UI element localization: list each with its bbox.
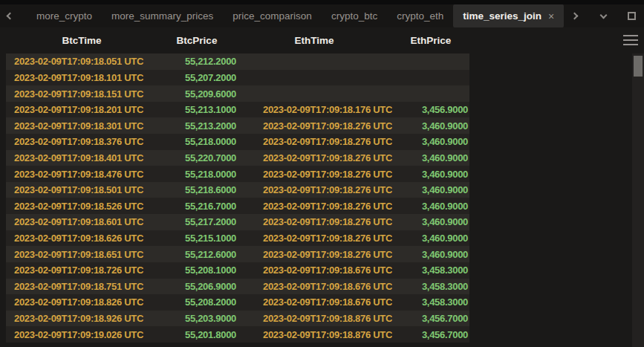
btc-time-cell: 2023-02-09T17:09:18.301 UTC	[6, 120, 157, 132]
btc-time-cell: 2023-02-09T17:09:18.926 UTC	[6, 313, 157, 324]
table-row[interactable]: 2023-02-09T17:09:18.826 UTC55,208.200020…	[6, 294, 469, 311]
eth-time-cell: 2023-02-09T17:09:18.876 UTC	[236, 313, 392, 324]
table-row[interactable]: 2023-02-09T17:09:18.651 UTC55,212.600020…	[6, 246, 469, 262]
table-row[interactable]: 2023-02-09T17:09:18.526 UTC55,216.700020…	[6, 198, 469, 214]
tab-more_summary_prices[interactable]: more_summary_prices	[102, 4, 223, 27]
btc-time-cell: 2023-02-09T17:09:18.501 UTC	[6, 184, 157, 195]
tab-label: more_summary_prices	[111, 10, 213, 22]
eth-time-cell: 2023-02-09T17:09:18.276 UTC	[236, 184, 392, 195]
eth-price-cell: 3,458.3000	[392, 296, 469, 308]
eth-time-cell: 2023-02-09T17:09:18.676 UTC	[236, 265, 392, 276]
tab-time_series_join[interactable]: time_series_join×	[453, 4, 564, 27]
maximize-icon[interactable]	[623, 8, 640, 25]
close-tab-icon[interactable]: ×	[548, 11, 554, 22]
eth-time-cell: 2023-02-09T17:09:18.876 UTC	[236, 329, 392, 340]
column-header-BtcTime[interactable]: BtcTime	[6, 35, 157, 46]
btc-price-cell: 55,213.2000	[157, 120, 236, 132]
btc-time-cell: 2023-02-09T17:09:19.026 UTC	[6, 329, 157, 340]
btc-price-cell: 55,217.2000	[157, 216, 236, 227]
eth-time-cell: 2023-02-09T17:09:18.276 UTC	[236, 249, 392, 260]
table-row[interactable]: 2023-02-09T17:09:18.926 UTC55,203.900020…	[6, 311, 469, 327]
eth-price-cell: 3,458.3000	[392, 265, 469, 276]
eth-time-cell: 2023-02-09T17:09:18.676 UTC	[236, 281, 392, 292]
table-row[interactable]: 2023-02-09T17:09:18.376 UTC55,218.000020…	[6, 134, 469, 150]
btc-price-cell: 55,220.7000	[157, 152, 236, 163]
eth-time-cell: 2023-02-09T17:09:18.276 UTC	[236, 201, 392, 212]
btc-price-cell: 55,203.9000	[157, 313, 236, 324]
table-row[interactable]: 2023-02-09T17:09:18.101 UTC55,207.2000	[6, 70, 469, 86]
btc-time-cell: 2023-02-09T17:09:18.376 UTC	[6, 136, 157, 147]
table-row[interactable]: 2023-02-09T17:09:18.751 UTC55,206.900020…	[6, 279, 469, 295]
menu-icon[interactable]	[623, 35, 638, 45]
eth-price-cell: 3,460.9000	[392, 136, 469, 147]
btc-price-cell: 55,201.8000	[157, 329, 236, 340]
table-row[interactable]: 2023-02-09T17:09:18.201 UTC55,213.100020…	[6, 102, 469, 118]
table-row[interactable]: 2023-02-09T17:09:18.626 UTC55,215.100020…	[6, 230, 469, 247]
eth-price-cell: 3,456.7000	[392, 313, 469, 324]
btc-price-cell: 55,218.0000	[157, 169, 236, 180]
tab-label: time_series_join	[463, 10, 541, 22]
tab-crypto_btc[interactable]: crypto_btc	[322, 4, 387, 27]
eth-price-cell: 3,460.9000	[392, 120, 469, 132]
tabs-scroll-left-icon[interactable]	[0, 8, 16, 25]
btc-time-cell: 2023-02-09T17:09:18.151 UTC	[6, 88, 157, 100]
btc-price-cell: 55,218.0000	[157, 136, 236, 147]
btc-price-cell: 55,213.1000	[157, 104, 236, 115]
eth-time-cell: 2023-02-09T17:09:18.276 UTC	[236, 152, 392, 163]
eth-price-cell: 3,458.3000	[392, 281, 469, 292]
btc-time-cell: 2023-02-09T17:09:18.826 UTC	[6, 296, 157, 308]
eth-time-cell: 2023-02-09T17:09:18.276 UTC	[236, 233, 392, 244]
btc-time-cell: 2023-02-09T17:09:18.651 UTC	[6, 249, 157, 260]
table-row[interactable]: 2023-02-09T17:09:18.476 UTC55,218.000020…	[6, 166, 469, 182]
table-row[interactable]: 2023-02-09T17:09:18.601 UTC55,217.200020…	[6, 214, 469, 230]
tab-label: price_comparison	[232, 10, 312, 22]
table-row[interactable]: 2023-02-09T17:09:18.401 UTC55,220.700020…	[6, 150, 469, 166]
eth-price-cell: 3,460.9000	[392, 169, 469, 180]
table-row[interactable]: 2023-02-09T17:09:18.726 UTC55,208.100020…	[6, 262, 469, 279]
btc-price-cell: 55,208.2000	[157, 296, 236, 308]
btc-time-cell: 2023-02-09T17:09:18.726 UTC	[6, 265, 157, 276]
table-row[interactable]: 2023-02-09T17:09:18.301 UTC55,213.200020…	[6, 117, 469, 134]
tab-label: more_crypto	[36, 10, 92, 22]
btc-price-cell: 55,206.9000	[157, 281, 236, 292]
tab-crypto_eth[interactable]: crypto_eth	[387, 4, 453, 27]
btc-price-cell: 55,218.6000	[157, 184, 236, 195]
eth-price-cell: 3,460.9000	[392, 184, 469, 195]
tabs-dropdown-icon[interactable]	[595, 8, 611, 25]
btc-price-cell: 55,212.6000	[157, 249, 236, 260]
eth-price-cell: 3,456.7000	[392, 329, 469, 340]
table-row[interactable]: 2023-02-09T17:09:18.151 UTC55,209.6000	[6, 85, 469, 102]
btc-time-cell: 2023-02-09T17:09:18.526 UTC	[6, 201, 157, 212]
btc-time-cell: 2023-02-09T17:09:18.201 UTC	[6, 104, 157, 115]
column-header-EthPrice[interactable]: EthPrice	[392, 35, 469, 46]
tabs-scroll-right-icon[interactable]	[567, 8, 583, 25]
eth-price-cell: 3,460.9000	[392, 201, 469, 212]
btc-time-cell: 2023-02-09T17:09:18.476 UTC	[6, 169, 157, 180]
column-header-EthTime[interactable]: EthTime	[236, 35, 392, 46]
table-header-row: BtcTimeBtcPriceEthTimeEthPrice	[6, 27, 469, 53]
eth-price-cell: 3,456.9000	[392, 104, 469, 115]
scrollbar-thumb[interactable]	[634, 56, 643, 77]
eth-price-cell: 3,460.9000	[392, 152, 469, 163]
table-row[interactable]: 2023-02-09T17:09:18.501 UTC55,218.600020…	[6, 182, 469, 198]
vertical-scrollbar[interactable]	[632, 53, 644, 347]
tab-bar: more_cryptomore_summary_pricesprice_comp…	[0, 4, 644, 27]
tab-label: crypto_eth	[397, 10, 443, 22]
tab-label: crypto_btc	[331, 10, 377, 22]
table-row[interactable]: 2023-02-09T17:09:19.026 UTC55,201.800020…	[6, 326, 469, 343]
column-header-BtcPrice[interactable]: BtcPrice	[157, 35, 236, 46]
eth-price-cell: 3,460.9000	[392, 249, 469, 260]
table-row[interactable]: 2023-02-09T17:09:18.051 UTC55,212.2000	[6, 53, 469, 70]
btc-time-cell: 2023-02-09T17:09:18.601 UTC	[6, 216, 157, 227]
btc-price-cell: 55,208.1000	[157, 265, 236, 276]
btc-price-cell: 55,212.2000	[157, 56, 236, 67]
btc-price-cell: 55,207.2000	[157, 72, 236, 83]
btc-price-cell: 55,209.6000	[157, 88, 236, 100]
eth-price-cell: 3,460.9000	[392, 216, 469, 227]
btc-price-cell: 55,215.1000	[157, 233, 236, 244]
eth-time-cell: 2023-02-09T17:09:18.276 UTC	[236, 169, 392, 180]
results-panel: BtcTimeBtcPriceEthTimeEthPrice 2023-02-0…	[0, 27, 644, 347]
table-body: 2023-02-09T17:09:18.051 UTC55,212.200020…	[6, 53, 469, 343]
tab-more_crypto[interactable]: more_crypto	[27, 4, 102, 27]
tab-price_comparison[interactable]: price_comparison	[223, 4, 322, 27]
